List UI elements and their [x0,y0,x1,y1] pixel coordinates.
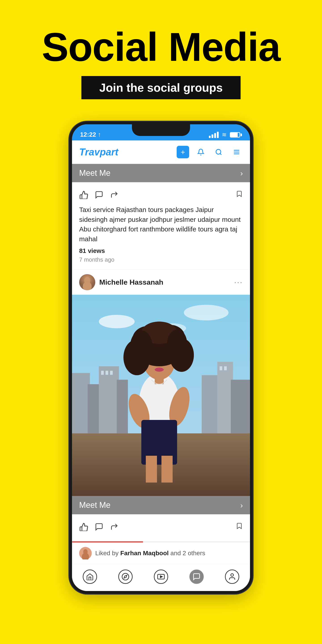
like-progress-bar [72,541,250,542]
bottom-navigation [72,564,250,591]
svg-point-46 [122,573,129,580]
svg-point-40 [151,360,156,364]
post-text: Taxi service Rajasthan tours packages Ja… [79,205,243,244]
post-views: 81 views [79,247,243,254]
svg-point-39 [167,330,187,358]
svg-rect-13 [99,366,119,440]
liked-by-avatar [79,547,92,560]
status-time: 12:22 ↑ [80,131,101,138]
svg-marker-47 [124,575,127,578]
header-icons: + [177,146,243,158]
comment-icon-2[interactable] [95,522,103,533]
nav-home[interactable] [83,570,97,584]
post-image [72,295,250,496]
share-icon[interactable] [110,190,119,201]
hero-section: Social Media Join the social groups [0,0,322,99]
svg-point-9 [184,305,228,320]
svg-rect-11 [72,373,90,440]
app-header: Travpart + [72,140,250,164]
post-time: 7 months ago [79,256,243,263]
svg-rect-29 [162,456,173,482]
svg-rect-20 [110,371,113,375]
more-options-button[interactable]: ··· [234,278,243,287]
meet-me-label-1: Meet Me [79,168,110,178]
phone-frame: 12:22 ↑ ≋ Travpart + [69,122,253,594]
post-action-icons [79,190,119,201]
join-badge[interactable]: Join the social groups [82,76,240,99]
meet-me-banner-1[interactable]: Meet Me › [72,164,250,182]
phone-container: 12:22 ↑ ≋ Travpart + [69,122,253,594]
app-logo: Travpart [79,146,118,158]
nav-chat[interactable] [190,570,204,584]
chat-nav-icon[interactable] [190,570,204,584]
nav-video[interactable] [154,570,168,584]
meet-me-chevron-2: › [240,501,243,510]
main-title: Social Media [42,27,280,67]
battery-icon [230,132,242,138]
user-post: Michelle Hassanah ··· [72,270,250,496]
wifi-icon: ≋ [222,131,227,138]
search-button[interactable] [212,146,225,158]
svg-rect-28 [146,456,157,482]
svg-rect-16 [217,362,233,440]
liked-by-user[interactable]: Farhan Maqbool [120,550,168,556]
svg-rect-18 [101,371,104,375]
liked-by-text: Liked by Farhan Maqbool and 2 others [95,550,205,557]
svg-point-38 [130,330,152,362]
post-actions [79,187,243,205]
svg-rect-15 [202,375,220,440]
notifications-button[interactable] [194,146,207,158]
phone-notch [132,124,190,136]
post-card-2 [72,514,250,541]
user-info: Michelle Hassanah [79,274,163,290]
bookmark-icon[interactable] [236,190,243,201]
like-bar-fill [72,541,143,542]
bookmark-icon-2[interactable] [236,522,243,533]
status-icons: ≋ [209,131,242,138]
user-post-header: Michelle Hassanah ··· [72,270,250,295]
meet-me-chevron-1: › [240,169,243,178]
time-display: 12:22 [80,131,96,138]
svg-point-0 [216,149,221,154]
svg-point-50 [231,574,234,576]
liked-by-section: Liked by Farhan Maqbool and 2 others [72,542,250,564]
profile-nav-icon[interactable] [225,570,239,584]
svg-rect-17 [231,380,250,440]
explore-nav-icon[interactable] [118,570,132,584]
avatar [79,274,95,290]
bottom-space [0,594,322,644]
svg-marker-49 [160,576,162,578]
svg-rect-21 [220,366,222,370]
direction-icon: ↑ [98,131,101,138]
like-icon-2[interactable] [79,522,88,533]
signal-icon [209,132,219,138]
user-name: Michelle Hassanah [99,278,163,286]
menu-button[interactable] [230,146,243,158]
post-card-1: Taxi service Rajasthan tours packages Ja… [72,182,250,270]
meet-me-label-2: Meet Me [79,500,110,510]
nav-profile[interactable] [225,570,239,584]
post-action-icons-2 [79,522,119,533]
home-nav-icon[interactable] [83,570,97,584]
svg-point-8 [99,315,134,328]
comment-icon[interactable] [95,190,103,201]
share-icon-2[interactable] [110,522,119,533]
add-post-button[interactable]: + [177,146,189,158]
meet-me-banner-2[interactable]: Meet Me › [72,496,250,514]
svg-point-42 [155,368,164,372]
nav-explore[interactable] [118,570,132,584]
video-nav-icon[interactable] [154,570,168,584]
like-icon[interactable] [79,190,88,201]
svg-rect-22 [224,366,227,370]
svg-point-41 [162,360,168,363]
svg-rect-14 [117,380,128,440]
svg-rect-19 [106,371,108,375]
post-actions-2 [79,519,243,537]
